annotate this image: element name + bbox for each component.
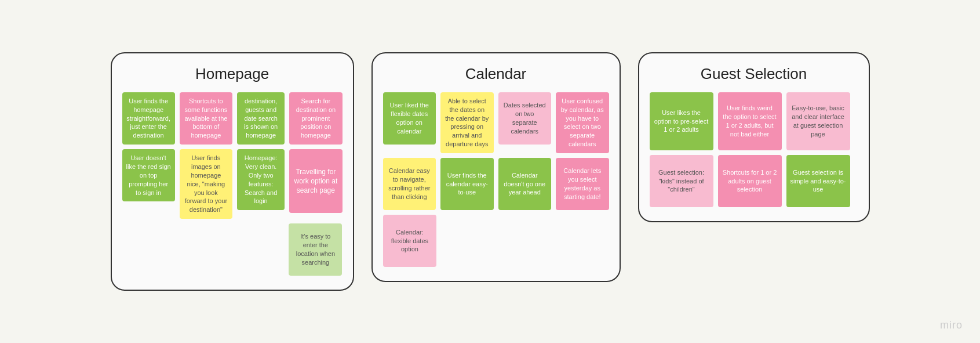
note: destination, guests and date search is s… [237, 92, 285, 145]
note: User finds the homepage straightforward,… [122, 92, 175, 145]
miro-brand: miro [940, 319, 963, 331]
homepage-board: Homepage User finds the homepage straigh… [111, 52, 354, 291]
calendar-notes: User liked the flexible dates option on … [383, 92, 609, 267]
note: Easy-to-use, basic and clear interface a… [786, 92, 850, 150]
calendar-row-2: Calendar easy to navigate, scrolling rat… [383, 158, 609, 210]
canvas: Homepage User finds the homepage straigh… [111, 52, 870, 291]
note: Calendar doesn't go one year ahead [498, 158, 552, 210]
note: Shortcuts to some functions available at… [180, 92, 232, 145]
note-shortcuts-adults: Shortcuts for 1 or 2 adults on guest sel… [718, 155, 782, 207]
note: It's easy to enter the location when sea… [289, 223, 342, 276]
calendar-row-1: User liked the flexible dates option on … [383, 92, 609, 153]
spacer [122, 223, 175, 270]
note: User likes the option to pre-select 1 or… [650, 92, 713, 150]
spacer [179, 223, 232, 270]
note: Homepage: Very clean. Only two features:… [237, 149, 285, 210]
note: Guest selection: "kids" instead of "chil… [650, 155, 713, 207]
homepage-title: Homepage [122, 65, 343, 83]
homepage-notes: User finds the homepage straightforward,… [122, 92, 343, 276]
guest-row-2: Guest selection: "kids" instead of "chil… [650, 155, 858, 207]
guest-title: Guest Selection [650, 65, 858, 83]
note: User liked the flexible dates option on … [383, 92, 436, 145]
spacer [236, 223, 284, 270]
homepage-row-2: User doesn't like the red sign on top pr… [122, 149, 343, 219]
calendar-row-3: Calendar: flexible dates option [383, 215, 609, 267]
homepage-row-1: User finds the homepage straightforward,… [122, 92, 343, 145]
note: Able to select the dates on the calendar… [440, 92, 494, 153]
note: Search for destination on prominent posi… [289, 92, 342, 145]
note: Guest selection is simple and easy-to-us… [786, 155, 850, 207]
note: Calendar lets you select yesterday as st… [556, 158, 609, 210]
guest-board: Guest Selection User likes the option to… [638, 52, 870, 222]
calendar-board: Calendar User liked the flexible dates o… [371, 52, 621, 282]
guest-notes: User likes the option to pre-select 1 or… [650, 92, 858, 207]
homepage-row-3: It's easy to enter the location when sea… [122, 223, 343, 276]
note: User finds weird the option to select 1 … [718, 92, 782, 150]
note-travelling-work: Travelling for work option at search pag… [289, 149, 342, 213]
note-dates-separate: Dates selected on two separate calendars [498, 92, 552, 145]
note: User finds the calendar easy-to-use [440, 158, 494, 210]
note: Calendar: flexible dates option [383, 215, 437, 267]
note: User finds images on homepage nice, "mak… [180, 149, 232, 219]
note: User doesn't like the red sign on top pr… [122, 149, 175, 201]
guest-row-1: User likes the option to pre-select 1 or… [650, 92, 858, 150]
note: User confused by calendar, as you have t… [556, 92, 609, 153]
calendar-title: Calendar [383, 65, 609, 83]
note: Calendar easy to navigate, scrolling rat… [383, 158, 436, 210]
